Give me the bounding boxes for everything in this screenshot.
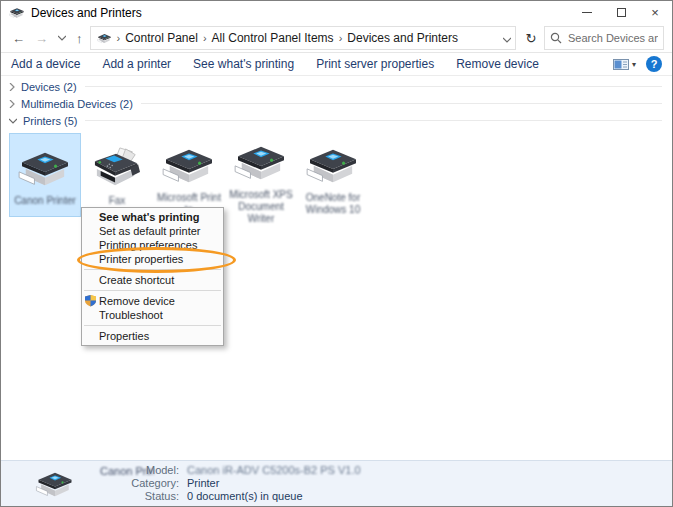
devices-and-printers-window: Devices and Printers × ← → ↑ › Control P… [0,0,673,507]
minimize-button[interactable] [570,1,604,24]
remove-device-button[interactable]: Remove device [456,57,539,71]
menu-item-create-shortcut[interactable]: Create shortcut [82,273,223,287]
device-properties: Model: Canon iR-ADV C5200s-B2 PS V1.0 Ca… [129,464,361,503]
address-bar: ← → ↑ › Control Panel › All Control Pane… [1,24,672,53]
printer-label-line2: Document Writer [238,201,284,224]
breadcrumb-all-control-panel-items[interactable]: All Control Panel Items [210,31,336,45]
group-divider [85,86,662,87]
status-value: 0 document(s) in queue [187,490,361,503]
search-icon [550,32,562,44]
group-name: Devices [21,81,60,93]
location-printer-icon [97,32,112,45]
up-icon[interactable]: ↑ [71,31,88,46]
breadcrumb-separator: › [336,32,346,44]
search-input[interactable]: Search Devices and Print... [544,26,664,50]
window-title: Devices and Printers [31,6,142,20]
breadcrumb-control-panel[interactable]: Control Panel [123,31,200,45]
printer-item-onenote[interactable]: OneNote forWindows 10 [297,133,369,217]
menu-item-set-as-default-printer[interactable]: Set as default printer [82,224,223,238]
printer-label: Microsoft XPS [229,189,292,200]
category-label: Category: [129,477,179,490]
change-view-button[interactable]: ▾ [613,59,636,70]
group-count: (2) [119,98,132,110]
model-label: Model: [129,464,179,477]
menu-separator [84,325,221,326]
menu-item-printer-properties[interactable]: Printer properties [82,252,223,266]
model-value: Canon iR-ADV C5200s-B2 PS V1.0 [187,464,361,477]
address-dropdown-chevron-icon[interactable] [503,29,511,47]
forward-icon[interactable]: → [30,31,53,46]
help-icon[interactable]: ? [646,56,662,72]
chevron-right-icon [9,100,15,108]
refresh-icon[interactable]: ↻ [518,26,544,50]
group-header-devices[interactable]: Devices (2) [1,78,672,95]
context-menu: See what's printing Set as default print… [81,207,224,346]
printer-item-microsoft-print-to[interactable]: Microsoft Print to [153,133,225,217]
breadcrumb-separator: › [114,32,124,44]
address-field[interactable]: › Control Panel › All Control Panel Item… [90,26,517,50]
menu-item-remove-device[interactable]: Remove device [82,294,223,308]
selected-printer-icon [35,468,75,505]
printer-item-microsoft-xps[interactable]: Microsoft XPSDocument Writer [225,133,297,217]
printer-icon [9,6,25,20]
see-whats-printing-button[interactable]: See what's printing [193,57,294,71]
menu-item-printing-preferences[interactable]: Printing preferences [82,238,223,252]
printer-icon [304,134,362,189]
group-count: (5) [64,115,77,127]
printer-icon [160,134,218,189]
printer-icon [16,134,74,192]
menu-separator [84,269,221,270]
search-placeholder: Search Devices and Print... [568,32,658,44]
group-header-multimedia-devices[interactable]: Multimedia Devices (2) [1,95,672,112]
printers-list: Canon Printer Fax Microsoft Print to Mic… [9,133,672,217]
group-count: (2) [63,81,76,93]
printer-label: OneNote for [306,192,360,203]
close-button[interactable]: × [638,1,672,24]
group-divider [85,120,662,121]
menu-item-properties[interactable]: Properties [82,329,223,343]
printer-icon [232,134,290,186]
command-toolbar: Add a device Add a printer See what's pr… [1,53,672,76]
add-a-device-button[interactable]: Add a device [11,57,80,71]
add-a-printer-button[interactable]: Add a printer [102,57,171,71]
group-name: Multimedia Devices [21,98,116,110]
chevron-right-icon [9,83,15,91]
details-pane: Canon Print... Model: Canon iR-ADV C5200… [1,460,672,506]
category-value: Printer [187,477,361,490]
window-controls: × [570,1,672,24]
breadcrumb-separator: › [200,32,210,44]
printer-item-fax[interactable]: Fax [81,133,153,217]
printer-item-canon[interactable]: Canon Printer [9,133,81,217]
recent-pages-chevron-icon[interactable] [53,35,71,41]
fax-icon [88,134,146,192]
group-divider [141,103,662,104]
back-icon[interactable]: ← [7,31,30,46]
printer-label: Fax [109,195,126,206]
maximize-button[interactable] [604,1,638,24]
print-server-properties-button[interactable]: Print server properties [316,57,434,71]
chevron-down-icon: ▾ [632,60,636,69]
breadcrumb-devices-and-printers[interactable]: Devices and Printers [345,31,460,45]
menu-separator [84,290,221,291]
printer-label: Canon Printer [14,195,76,206]
title-bar: Devices and Printers × [1,1,672,24]
group-header-printers[interactable]: Printers (5) [1,112,672,129]
menu-item-see-whats-printing[interactable]: See what's printing [82,210,223,224]
group-name: Printers [23,115,61,127]
status-label: Status: [129,490,179,503]
printer-label-line2: Windows 10 [306,204,360,215]
menu-item-troubleshoot[interactable]: Troubleshoot [82,308,223,322]
chevron-down-icon [9,118,17,124]
